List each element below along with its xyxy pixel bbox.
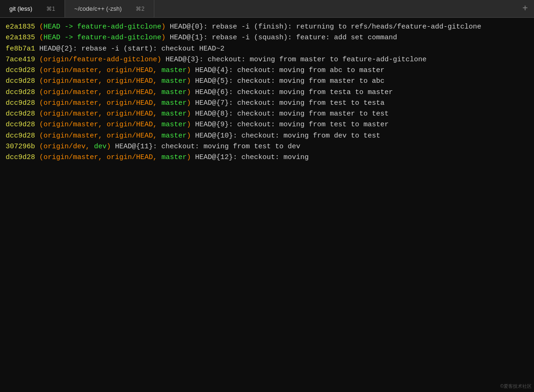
terminal-text-paren: ): [187, 77, 191, 85]
terminal-text-paren: ): [187, 153, 191, 161]
tab-bar: git (less) ⌘1 ~/code/c++ (-zsh) ⌘2 +: [0, 0, 534, 18]
terminal-text-paren: (: [35, 56, 43, 64]
terminal-text-paren: ,: [98, 153, 107, 161]
terminal-text-branch-label: dev: [94, 143, 107, 151]
terminal-text-paren: (: [35, 99, 43, 107]
terminal-text-branch-label: master: [161, 88, 187, 96]
terminal-text-remote-label: origin/master: [43, 153, 98, 161]
tab-zsh[interactable]: ~/code/c++ (-zsh) ⌘2: [65, 0, 154, 17]
terminal-text-head-label: HEAD -> feature-add-gitclone: [43, 34, 161, 42]
terminal-line: fe8b7a1 HEAD@{2}: rebase -i (start): che…: [6, 44, 528, 54]
terminal-text-paren: ,: [98, 88, 107, 96]
terminal-line: 7ace419 (origin/feature-add-gitclone) HE…: [6, 54, 528, 65]
terminal-text-paren: ): [161, 34, 166, 42]
terminal-line: dcc9d28 (origin/master, origin/HEAD, mas…: [6, 65, 528, 76]
terminal-text-branch-label: master: [161, 110, 187, 118]
terminal-text-branch-label: master: [161, 77, 187, 85]
terminal-text-paren: ,: [98, 77, 107, 85]
terminal-text-hash: e2a1835: [6, 23, 35, 31]
terminal-text-remote-label: origin/master: [43, 132, 98, 140]
add-tab-button[interactable]: +: [516, 0, 534, 17]
terminal-text-remote-label: origin/HEAD: [107, 110, 153, 118]
terminal-text-white: HEAD@{5}: checkout: moving from master t…: [191, 77, 384, 85]
terminal-text-paren: (: [35, 143, 43, 151]
terminal-text-paren: ): [187, 88, 191, 96]
terminal-text-paren: ): [187, 110, 191, 118]
tab-git-less-shortcut: ⌘1: [46, 6, 55, 12]
terminal-text-white: HEAD@{11}: checkout: moving from test to…: [111, 143, 300, 151]
terminal-text-head-label: HEAD -> feature-add-gitclone: [43, 23, 161, 31]
terminal-text-hash: e2a1835: [6, 34, 35, 42]
terminal-text-remote-label: origin/HEAD: [107, 88, 153, 96]
terminal-text-remote-label: origin/dev: [43, 143, 86, 151]
terminal-text-hash: dcc9d28: [6, 99, 35, 107]
terminal-text-paren: ): [157, 56, 161, 64]
tab-zsh-shortcut: ⌘2: [136, 6, 144, 12]
terminal-text-branch-label: master: [161, 121, 187, 129]
terminal-text-remote-label: origin/HEAD: [107, 121, 153, 129]
terminal-text-paren: (: [35, 110, 43, 118]
terminal-text-paren: (: [35, 34, 43, 42]
terminal-text-white: HEAD@{8}: checkout: moving from master t…: [191, 110, 389, 118]
terminal-line: dcc9d28 (origin/master, origin/HEAD, mas…: [6, 98, 528, 109]
terminal-text-white: HEAD@{10}: checkout: moving from dev to …: [191, 132, 380, 140]
terminal-text-hash: 7ace419: [6, 56, 35, 64]
terminal-text-remote-label: origin/feature-add-gitclone: [43, 56, 157, 64]
terminal-text-paren: ,: [153, 121, 161, 129]
terminal-line: dcc9d28 (origin/master, origin/HEAD, mas…: [6, 87, 528, 98]
terminal-line: e2a1835 (HEAD -> feature-add-gitclone) H…: [6, 32, 528, 43]
terminal-text-white: HEAD@{9}: checkout: moving from test to …: [191, 121, 389, 129]
terminal-text-remote-label: origin/master: [43, 110, 98, 118]
terminal-text-hash: fe8b7a1: [6, 45, 35, 53]
terminal-text-white: HEAD@{7}: checkout: moving from test to …: [191, 99, 384, 107]
terminal-text-white: HEAD@{12}: checkout: moving: [191, 153, 309, 161]
terminal-text-remote-label: origin/HEAD: [107, 99, 153, 107]
terminal-line: dcc9d28 (origin/master, origin/HEAD, mas…: [6, 131, 528, 141]
terminal-line: e2a1835 (HEAD -> feature-add-gitclone) H…: [6, 22, 528, 32]
terminal-text-paren: ,: [98, 99, 107, 107]
terminal-text-branch-label: master: [161, 132, 187, 140]
terminal-text-paren: ,: [98, 132, 107, 140]
terminal-text-white: HEAD@{3}: checkout: moving from master t…: [161, 56, 426, 64]
tab-zsh-label: ~/code/c++ (-zsh): [74, 5, 122, 12]
terminal-text-paren: ,: [153, 66, 161, 74]
terminal-text-paren: ,: [98, 121, 107, 129]
terminal-text-remote-label: origin/HEAD: [107, 132, 153, 140]
terminal-text-paren: ,: [153, 88, 161, 96]
terminal-text-remote-label: origin/HEAD: [107, 77, 153, 85]
terminal-text-paren: (: [35, 121, 43, 129]
terminal-text-remote-label: origin/master: [43, 77, 98, 85]
terminal-text-remote-label: origin/master: [43, 66, 98, 74]
terminal-text-paren: (: [35, 153, 43, 161]
terminal-text-branch-label: master: [161, 66, 187, 74]
terminal-text-paren: ): [187, 132, 191, 140]
terminal-text-paren: (: [35, 66, 43, 74]
terminal-text-paren: ,: [98, 66, 107, 74]
terminal-text-hash: dcc9d28: [6, 66, 35, 74]
terminal-text-paren: ,: [153, 77, 161, 85]
terminal-line: dcc9d28 (origin/master, origin/HEAD, mas…: [6, 109, 528, 119]
terminal-text-remote-label: origin/master: [43, 121, 98, 129]
tab-git-less[interactable]: git (less) ⌘1: [0, 0, 65, 17]
terminal-text-paren: ): [187, 99, 191, 107]
terminal-text-paren: ): [187, 121, 191, 129]
terminal-text-hash: dcc9d28: [6, 110, 35, 118]
terminal-text-remote-label: origin/master: [43, 99, 98, 107]
terminal-text-paren: ): [107, 143, 111, 151]
terminal-text-paren: ,: [153, 99, 161, 107]
terminal-line: dcc9d28 (origin/master, origin/HEAD, mas…: [6, 76, 528, 87]
terminal-text-branch-label: master: [161, 153, 187, 161]
terminal-text-remote-label: origin/HEAD: [107, 66, 153, 74]
terminal-text-paren: ,: [153, 132, 161, 140]
terminal-text-remote-label: origin/master: [43, 88, 98, 96]
terminal-text-paren: ,: [86, 143, 94, 151]
terminal-text-paren: (: [35, 77, 43, 85]
terminal-text-white: HEAD@{2}: rebase -i (start): checkout HE…: [35, 45, 224, 53]
terminal-text-white: HEAD@{6}: checkout: moving from testa to…: [191, 88, 393, 96]
terminal-text-paren: ,: [153, 110, 161, 118]
terminal-line: dcc9d28 (origin/master, origin/HEAD, mas…: [6, 119, 528, 130]
terminal-line: 307296b (origin/dev, dev) HEAD@{11}: che…: [6, 141, 528, 152]
terminal-text-hash: dcc9d28: [6, 77, 35, 85]
terminal-text-branch-label: master: [161, 99, 187, 107]
terminal-text-hash: dcc9d28: [6, 153, 35, 161]
